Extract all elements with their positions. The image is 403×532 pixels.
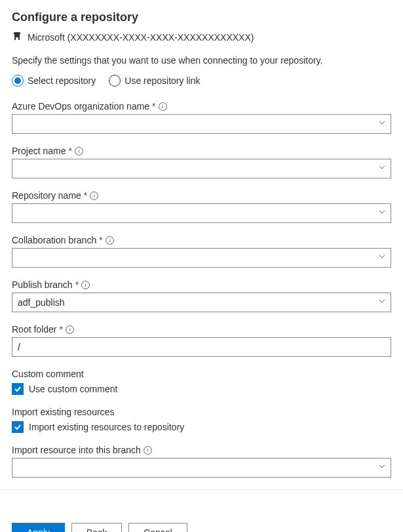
import-existing-section-title: Import existing resources	[12, 407, 391, 417]
chevron-down-icon	[379, 464, 385, 471]
footer-buttons: Apply Back Cancel	[12, 523, 391, 532]
field-org-name: Azure DevOps organization name * i	[12, 101, 391, 134]
root-folder-input[interactable]	[12, 337, 391, 357]
custom-comment-checkbox-row: Use custom comment	[12, 383, 391, 395]
check-icon	[14, 385, 22, 393]
field-repo-name: Repository name * i	[12, 190, 391, 223]
info-icon[interactable]: i	[106, 236, 114, 245]
page-title: Configure a repository	[12, 10, 391, 24]
chevron-down-icon	[379, 165, 385, 172]
import-existing-checkbox[interactable]	[12, 421, 24, 433]
field-label-text: Repository name	[12, 190, 81, 201]
chevron-down-icon	[379, 121, 385, 127]
info-icon[interactable]: i	[75, 147, 83, 155]
field-label-text: Publish branch	[12, 279, 73, 290]
project-name-select[interactable]	[12, 159, 391, 178]
org-icon	[12, 31, 22, 43]
select-value: adf_publish	[18, 297, 65, 308]
field-label-text: Import resource into this branch	[12, 445, 141, 455]
import-branch-select[interactable]	[12, 458, 391, 478]
info-icon[interactable]: i	[90, 192, 98, 200]
field-root-folder: Root folder * i	[12, 324, 391, 357]
field-label-text: Project name	[12, 146, 66, 156]
required-asterisk: *	[75, 279, 79, 290]
field-label-text: Root folder	[12, 324, 56, 335]
field-project-name: Project name * i	[12, 146, 391, 178]
required-asterisk: *	[152, 101, 155, 112]
field-label-text: Azure DevOps organization name	[12, 101, 149, 112]
org-name-select[interactable]	[12, 114, 391, 134]
custom-comment-checkbox[interactable]	[12, 383, 24, 395]
tenant-text: Microsoft (XXXXXXXX-XXXX-XXXX-XXXXXXXXXX…	[28, 32, 254, 43]
field-publish-branch: Publish branch * i adf_publish	[12, 279, 391, 312]
cancel-button[interactable]: Cancel	[128, 523, 187, 532]
chevron-down-icon	[379, 255, 385, 261]
radio-dot-icon	[109, 75, 121, 87]
custom-comment-section-title: Custom comment	[12, 369, 391, 379]
back-button[interactable]: Back	[71, 523, 122, 532]
field-collab-branch: Collaboration branch * i	[12, 235, 391, 268]
radio-dot-icon	[12, 75, 24, 87]
info-icon[interactable]: i	[159, 102, 167, 111]
repo-name-select[interactable]	[12, 203, 391, 223]
required-asterisk: *	[59, 324, 62, 335]
footer-divider	[0, 489, 403, 490]
apply-button[interactable]: Apply	[12, 523, 65, 532]
info-icon[interactable]: i	[81, 281, 90, 289]
radio-label: Use repository link	[125, 75, 200, 86]
check-icon	[14, 423, 22, 431]
publish-branch-select[interactable]: adf_publish	[12, 293, 391, 312]
field-label-text: Collaboration branch	[12, 235, 96, 245]
info-icon[interactable]: i	[144, 446, 152, 455]
description: Specify the settings that you want to us…	[12, 55, 391, 66]
tenant-row: Microsoft (XXXXXXXX-XXXX-XXXX-XXXXXXXXXX…	[12, 31, 391, 43]
collab-branch-select[interactable]	[12, 248, 391, 268]
chevron-down-icon	[379, 210, 385, 216]
required-asterisk: *	[68, 146, 71, 156]
field-import-branch: Import resource into this branch i	[12, 445, 391, 478]
import-existing-checkbox-row: Import existing resources to repository	[12, 421, 391, 433]
required-asterisk: *	[84, 190, 87, 201]
checkbox-label: Use custom comment	[29, 384, 117, 394]
info-icon[interactable]: i	[66, 325, 74, 334]
radio-use-repository-link[interactable]: Use repository link	[109, 75, 200, 87]
chevron-down-icon	[379, 299, 385, 306]
repo-mode-radio-group: Select repository Use repository link	[12, 75, 391, 87]
required-asterisk: *	[99, 235, 102, 245]
radio-select-repository[interactable]: Select repository	[12, 75, 96, 87]
radio-label: Select repository	[28, 75, 96, 86]
checkbox-label: Import existing resources to repository	[29, 422, 184, 432]
